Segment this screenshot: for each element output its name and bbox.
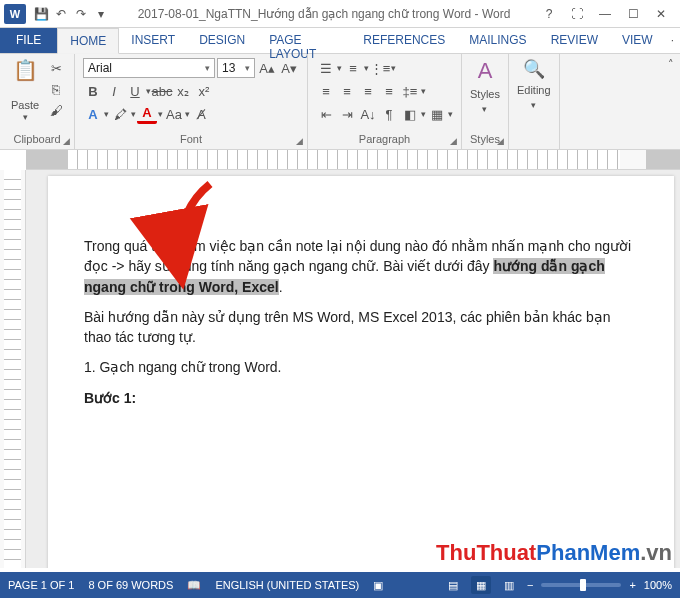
tab-home[interactable]: HOME (57, 28, 119, 54)
tab-mailings[interactable]: MAILINGS (457, 28, 538, 53)
help-icon[interactable]: ? (538, 5, 560, 23)
bullets-dd-icon[interactable]: ▾ (337, 63, 342, 73)
line-spacing-dd-icon[interactable]: ▾ (421, 86, 426, 96)
show-marks-icon[interactable]: ¶ (379, 104, 399, 124)
paragraph-1[interactable]: Trong quá trình làm việc bạn cần note lạ… (84, 236, 638, 297)
underline-button[interactable]: U (125, 81, 145, 101)
group-clipboard: 📋 Paste ▾ ✂ ⎘ 🖌 Clipboard◢ (0, 54, 75, 149)
maximize-icon[interactable]: ☐ (622, 5, 644, 23)
tab-page-layout[interactable]: PAGE LAYOUT (257, 28, 351, 53)
paste-button[interactable]: 📋 Paste ▾ (8, 58, 42, 122)
borders-dd-icon[interactable]: ▾ (448, 109, 453, 119)
zoom-level[interactable]: 100% (644, 579, 672, 591)
shading-dd-icon[interactable]: ▾ (421, 109, 426, 119)
qat-customize-icon[interactable]: ▾ (92, 5, 110, 23)
editing-dropdown-icon[interactable]: ▾ (531, 100, 536, 110)
numbering-dd-icon[interactable]: ▾ (364, 63, 369, 73)
styles-dropdown-icon[interactable]: ▾ (482, 104, 487, 114)
text-effects-dropdown-icon[interactable]: ▾ (104, 109, 109, 119)
tab-file[interactable]: FILE (0, 28, 57, 53)
line-spacing-icon[interactable]: ‡≡ (400, 81, 420, 101)
ribbon-display-icon[interactable]: ⛶ (566, 5, 588, 23)
minimize-icon[interactable]: — (594, 5, 616, 23)
undo-icon[interactable]: ↶ (52, 5, 70, 23)
horizontal-ruler[interactable] (26, 150, 680, 170)
font-size-combo[interactable]: 13▾ (217, 58, 255, 78)
save-icon[interactable]: 💾 (32, 5, 50, 23)
quick-access-toolbar: 💾 ↶ ↷ ▾ (32, 5, 110, 23)
zoom-in-icon[interactable]: + (629, 579, 635, 591)
paragraph-3[interactable]: 1. Gạch ngang chữ trong Word. (84, 357, 638, 377)
increase-indent-icon[interactable]: ⇥ (337, 104, 357, 124)
close-icon[interactable]: ✕ (650, 5, 672, 23)
redo-icon[interactable]: ↷ (72, 5, 90, 23)
font-color-dropdown-icon[interactable]: ▾ (158, 109, 163, 119)
italic-button[interactable]: I (104, 81, 124, 101)
decrease-indent-icon[interactable]: ⇤ (316, 104, 336, 124)
paragraph-4[interactable]: Bước 1: (84, 388, 638, 408)
status-proofing-icon[interactable]: 📖 (187, 579, 201, 592)
text-effects-icon[interactable]: A (83, 104, 103, 124)
ribbon-tabs: FILE HOME INSERT DESIGN PAGE LAYOUT REFE… (0, 28, 680, 54)
view-print-icon[interactable]: ▦ (471, 576, 491, 594)
status-words[interactable]: 8 OF 69 WORDS (88, 579, 173, 591)
align-left-icon[interactable]: ≡ (316, 81, 336, 101)
page[interactable]: Trong quá trình làm việc bạn cần note lạ… (48, 176, 674, 568)
clipboard-dialog-icon[interactable]: ◢ (63, 136, 70, 146)
paste-dropdown-icon[interactable]: ▾ (23, 112, 28, 122)
sort-icon[interactable]: A↓ (358, 104, 378, 124)
view-web-icon[interactable]: ▥ (499, 576, 519, 594)
font-dialog-icon[interactable]: ◢ (296, 136, 303, 146)
bold-button[interactable]: B (83, 81, 103, 101)
styles-icon[interactable]: A (478, 58, 493, 84)
group-editing: 🔍 Editing ▾ (509, 54, 560, 149)
copy-icon[interactable]: ⎘ (46, 79, 66, 99)
highlight-dropdown-icon[interactable]: ▾ (131, 109, 136, 119)
tab-design[interactable]: DESIGN (187, 28, 257, 53)
numbering-icon[interactable]: ≡ (343, 58, 363, 78)
styles-dialog-icon[interactable]: ◢ (497, 136, 504, 146)
status-page[interactable]: PAGE 1 OF 1 (8, 579, 74, 591)
vertical-ruler[interactable] (0, 170, 26, 568)
collapse-ribbon-icon[interactable]: ˄ (662, 54, 680, 149)
tab-view[interactable]: VIEW (610, 28, 665, 53)
font-color-icon[interactable]: A (137, 104, 157, 124)
zoom-out-icon[interactable]: − (527, 579, 533, 591)
editing-button-label[interactable]: Editing (517, 84, 551, 96)
tabs-overflow-icon[interactable]: · (665, 28, 680, 53)
cut-icon[interactable]: ✂ (46, 58, 66, 78)
multilevel-dd-icon[interactable]: ▾ (391, 63, 396, 73)
grow-font-icon[interactable]: A▴ (257, 58, 277, 78)
zoom-slider[interactable] (541, 583, 621, 587)
change-case-icon[interactable]: Aa (164, 104, 184, 124)
styles-button-label[interactable]: Styles (470, 88, 500, 100)
shading-icon[interactable]: ◧ (400, 104, 420, 124)
tab-references[interactable]: REFERENCES (351, 28, 457, 53)
justify-icon[interactable]: ≡ (379, 81, 399, 101)
group-font: Arial▾ 13▾ A▴ A▾ B I U ▾ abc x₂ x² A ▾ 🖍… (75, 54, 308, 149)
strikethrough-button[interactable]: abc (152, 81, 172, 101)
multilevel-icon[interactable]: ⋮≡ (370, 58, 390, 78)
tab-review[interactable]: REVIEW (539, 28, 610, 53)
underline-dropdown-icon[interactable]: ▾ (146, 86, 151, 96)
align-right-icon[interactable]: ≡ (358, 81, 378, 101)
superscript-button[interactable]: x² (194, 81, 214, 101)
highlight-icon[interactable]: 🖍 (110, 104, 130, 124)
borders-icon[interactable]: ▦ (427, 104, 447, 124)
shrink-font-icon[interactable]: A▾ (279, 58, 299, 78)
tab-insert[interactable]: INSERT (119, 28, 187, 53)
font-name-combo[interactable]: Arial▾ (83, 58, 215, 78)
format-painter-icon[interactable]: 🖌 (46, 100, 66, 120)
status-language[interactable]: ENGLISH (UNITED STATES) (215, 579, 359, 591)
clear-formatting-icon[interactable]: A̸ (191, 104, 211, 124)
subscript-button[interactable]: x₂ (173, 81, 193, 101)
paragraph-2[interactable]: Bài hướng dẫn này sử dụng trên MS Word, … (84, 307, 638, 348)
status-macro-icon[interactable]: ▣ (373, 579, 383, 592)
paragraph-dialog-icon[interactable]: ◢ (450, 136, 457, 146)
align-center-icon[interactable]: ≡ (337, 81, 357, 101)
change-case-dropdown-icon[interactable]: ▾ (185, 109, 190, 119)
find-icon[interactable]: 🔍 (523, 58, 545, 80)
bullets-icon[interactable]: ☰ (316, 58, 336, 78)
view-read-icon[interactable]: ▤ (443, 576, 463, 594)
ribbon: 📋 Paste ▾ ✂ ⎘ 🖌 Clipboard◢ Arial▾ 13▾ A▴… (0, 54, 680, 150)
